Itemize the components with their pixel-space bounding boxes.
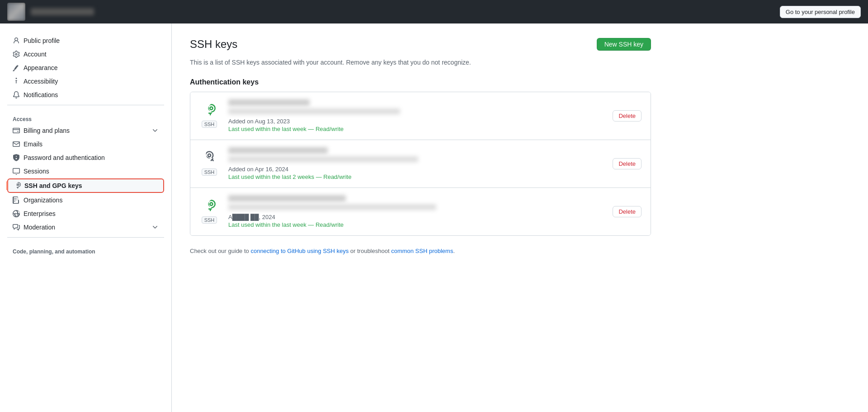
sidebar-item-account[interactable]: Account <box>7 48 164 61</box>
delete-button-2[interactable]: Delete <box>613 158 642 169</box>
page-layout: Public profile Account Appearance Access… <box>0 23 868 412</box>
org-title-blur <box>31 8 94 15</box>
key-name-blur-2 <box>228 147 328 154</box>
sidebar-item-billing-label: Billing and plans <box>24 127 70 134</box>
sidebar-item-password-auth[interactable]: Password and authentication <box>7 151 164 164</box>
main-content: SSH keys New SSH key This is a list of S… <box>172 23 669 412</box>
credit-card-icon <box>13 127 20 134</box>
sidebar-item-public-profile[interactable]: Public profile <box>7 34 164 47</box>
organization-icon <box>13 197 20 204</box>
key-fingerprint-blur-3 <box>228 204 436 210</box>
topbar: Go to your personal profile <box>0 0 868 23</box>
sidebar: Public profile Account Appearance Access… <box>0 23 172 412</box>
sidebar-item-ssh-gpg-keys-label: SSH and GPG keys <box>24 182 82 189</box>
sidebar-item-organizations[interactable]: Organizations <box>7 194 164 206</box>
gear-icon <box>13 51 20 58</box>
sidebar-item-account-label: Account <box>24 51 47 58</box>
key-used-3: Last used within the last week — Read/wr… <box>228 221 613 228</box>
avatar <box>7 3 25 21</box>
sidebar-item-appearance-label: Appearance <box>24 64 58 71</box>
sidebar-item-emails[interactable]: Emails <box>7 138 164 150</box>
footer-text-pre: Check out our guide to <box>190 248 250 254</box>
sidebar-item-organizations-label: Organizations <box>24 197 62 204</box>
shield-lock-icon <box>13 154 20 161</box>
key-fingerprint-blur-2 <box>228 156 418 162</box>
sidebar-divider-2 <box>7 237 164 238</box>
paintbrush-icon <box>13 64 20 71</box>
ssh-badge-2: SSH <box>202 169 217 176</box>
footer-text: Check out our guide to connecting to Git… <box>190 247 651 256</box>
auth-keys-section-title: Authentication keys <box>190 78 651 86</box>
mail-icon <box>13 140 20 148</box>
ssh-keys-list: SSH Added on Aug 13, 2023 Last used with… <box>190 92 651 236</box>
ssh-key-card-1: SSH Added on Aug 13, 2023 Last used with… <box>190 92 651 140</box>
key-fingerprint-blur-1 <box>228 108 400 114</box>
key-icon <box>14 182 21 189</box>
code-section-label: Code, planning, and automation <box>7 241 164 257</box>
chevron-down-icon <box>151 127 159 134</box>
sidebar-item-sessions-label: Sessions <box>24 168 49 175</box>
sidebar-item-enterprises[interactable]: Enterprises <box>7 207 164 220</box>
ssh-badge-1: SSH <box>202 121 217 128</box>
device-icon <box>13 168 20 175</box>
footer-text-mid: or troubleshoot <box>349 248 391 254</box>
person-icon <box>13 37 20 44</box>
ssh-badge-3: SSH <box>202 216 217 224</box>
sidebar-item-enterprises-label: Enterprises <box>24 210 56 217</box>
key-icon-2 <box>203 152 216 166</box>
key-added-3: A████ ██, 2024 <box>228 214 613 220</box>
sidebar-item-accessibility-label: Accessibility <box>24 78 58 85</box>
sidebar-divider-1 <box>7 105 164 105</box>
key-added-1: Added on Aug 13, 2023 <box>228 118 613 125</box>
sidebar-item-notifications-label: Notifications <box>24 91 58 98</box>
key-icon-1 <box>203 104 216 118</box>
footer-text-end: . <box>453 248 455 254</box>
page-title: SSH keys <box>190 38 237 51</box>
sidebar-item-billing[interactable]: Billing and plans <box>7 124 164 137</box>
key-details-2: Added on Apr 16, 2024 Last used within t… <box>228 147 613 180</box>
chevron-down-moderation-icon <box>151 224 159 231</box>
topbar-right: Go to your personal profile <box>780 6 861 18</box>
delete-button-3[interactable]: Delete <box>613 206 642 217</box>
sidebar-item-moderation[interactable]: Moderation <box>7 221 164 234</box>
sidebar-item-moderation-label: Moderation <box>24 224 55 231</box>
bell-icon <box>13 91 20 98</box>
key-used-2: Last used within the last 2 weeks — Read… <box>228 173 613 180</box>
personal-profile-button[interactable]: Go to your personal profile <box>780 6 861 18</box>
sidebar-item-ssh-gpg-keys[interactable]: SSH and GPG keys <box>7 178 164 193</box>
key-name-blur-1 <box>228 99 310 106</box>
key-icon-3 <box>203 200 216 214</box>
ssh-key-card-2: SSH Added on Apr 16, 2024 Last used with… <box>190 140 651 188</box>
sidebar-item-accessibility[interactable]: Accessibility <box>7 75 164 88</box>
sidebar-item-notifications[interactable]: Notifications <box>7 89 164 101</box>
key-icon-area-1: SSH <box>199 104 219 128</box>
key-used-1: Last used within the last week — Read/wr… <box>228 126 613 132</box>
sidebar-item-appearance[interactable]: Appearance <box>7 61 164 74</box>
key-details-3: A████ ██, 2024 Last used within the last… <box>228 195 613 228</box>
description-text: This is a list of SSH keys associated wi… <box>190 58 651 67</box>
sidebar-item-password-auth-label: Password and authentication <box>24 154 105 161</box>
key-icon-area-3: SSH <box>199 200 219 224</box>
footer-link-problems[interactable]: common SSH problems <box>391 248 453 254</box>
delete-button-1[interactable]: Delete <box>613 110 642 122</box>
key-added-2: Added on Apr 16, 2024 <box>228 166 613 173</box>
key-name-blur-3 <box>228 195 346 201</box>
key-icon-area-2: SSH <box>199 152 219 176</box>
topbar-left <box>7 3 94 21</box>
page-header: SSH keys New SSH key <box>190 38 651 51</box>
access-section-label: Access <box>7 109 164 124</box>
ssh-key-card-3: SSH A████ ██, 2024 Last used within the … <box>190 188 651 235</box>
new-ssh-key-button[interactable]: New SSH key <box>597 38 651 51</box>
sidebar-item-sessions[interactable]: Sessions <box>7 165 164 178</box>
accessibility-icon <box>13 78 20 85</box>
globe-icon <box>13 210 20 217</box>
sidebar-item-emails-label: Emails <box>24 140 42 148</box>
footer-link-ssh[interactable]: connecting to GitHub using SSH keys <box>250 248 349 254</box>
sidebar-item-public-profile-label: Public profile <box>24 37 60 44</box>
key-details-1: Added on Aug 13, 2023 Last used within t… <box>228 99 613 132</box>
comment-discussion-icon <box>13 224 20 231</box>
